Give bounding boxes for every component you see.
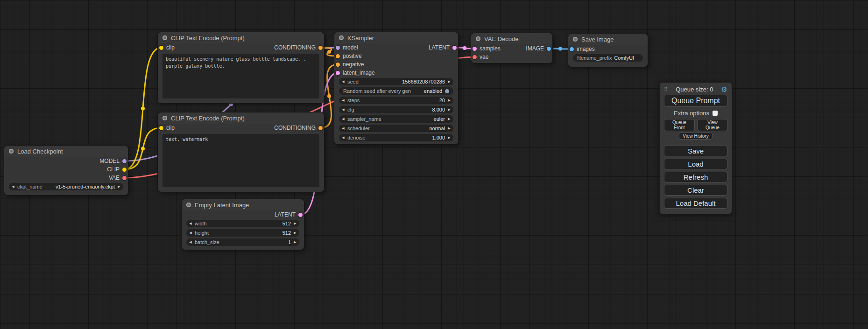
output-slot-dot[interactable] — [318, 126, 323, 130]
decrement-arrow-icon[interactable]: ◀ — [186, 238, 195, 246]
collapse-dot-icon[interactable] — [476, 36, 480, 41]
widget-steps[interactable]: ◀steps20▶ — [339, 97, 453, 104]
increment-arrow-icon[interactable]: ▶ — [445, 78, 453, 85]
input-slot-dot[interactable] — [336, 46, 340, 50]
save-button[interactable]: Save — [664, 146, 727, 156]
input-slot-dot[interactable] — [473, 55, 477, 59]
settings-gear-icon[interactable]: ⚙ — [721, 86, 727, 93]
node-ksampler[interactable]: KSamplermodelpositivenegativelatent_imag… — [334, 32, 459, 145]
node-titlebar[interactable]: Save Image — [568, 34, 648, 45]
decrement-arrow-icon[interactable]: ◀ — [186, 220, 195, 227]
widget-random-seed-after-every-gen[interactable]: Random seed after every genenabled — [339, 87, 453, 95]
collapse-dot-icon[interactable] — [162, 35, 167, 40]
widget-ckpt_name[interactable]: ◀ckpt_namev1-5-pruned-emaonly.ckpt▶ — [9, 183, 123, 190]
node-vae-decode[interactable]: VAE DecodesamplesvaeIMAGE — [471, 33, 553, 63]
drag-handle-icon[interactable]: ⠿ — [664, 86, 668, 92]
output-slot-label: IMAGE — [526, 45, 544, 52]
input-slot-dot[interactable] — [570, 47, 574, 51]
widget-label: batch_size — [195, 239, 219, 245]
prompt-textarea[interactable]: beautiful scenery nature glass bottle la… — [162, 54, 319, 98]
output-slot-dot[interactable] — [547, 47, 551, 51]
node-titlebar[interactable]: Empty Latent Image — [182, 199, 304, 210]
node-titlebar[interactable]: Load Checkpoint — [4, 146, 128, 157]
node-titlebar[interactable]: VAE Decode — [471, 33, 552, 44]
refresh-button[interactable]: Refresh — [664, 172, 727, 182]
output-slot-CONDITIONING: CONDITIONING — [274, 124, 323, 132]
decrement-arrow-icon[interactable]: ◀ — [339, 106, 347, 113]
increment-arrow-icon[interactable]: ▶ — [291, 220, 299, 227]
node-graph-layer: Load CheckpointMODELCLIPVAE◀ckpt_namev1-… — [0, 0, 868, 329]
decrement-arrow-icon[interactable]: ◀ — [9, 183, 17, 190]
output-slot-dot[interactable] — [122, 168, 127, 172]
decrement-arrow-icon[interactable]: ◀ — [186, 229, 195, 237]
increment-arrow-icon[interactable]: ▶ — [445, 106, 453, 113]
clear-button[interactable]: Clear — [664, 185, 727, 196]
decrement-arrow-icon[interactable]: ◀ — [339, 115, 347, 123]
queue-front-button[interactable]: Queue Front — [664, 119, 695, 131]
input-slot-label: clip — [166, 125, 175, 131]
output-slot-MODEL: MODEL — [99, 157, 127, 165]
view-history-button[interactable]: View History — [679, 133, 712, 140]
node-load-checkpoint[interactable]: Load CheckpointMODELCLIPVAE◀ckpt_namev1-… — [4, 145, 128, 196]
output-slot-dot[interactable] — [122, 176, 127, 180]
widget-scheduler[interactable]: ◀schedulernormal▶ — [339, 125, 453, 132]
increment-arrow-icon[interactable]: ▶ — [445, 134, 453, 141]
output-slot-dot[interactable] — [298, 213, 303, 217]
collapse-dot-icon[interactable] — [162, 116, 167, 120]
extra-options-checkbox[interactable] — [713, 111, 718, 116]
node-titlebar[interactable]: CLIP Text Encode (Prompt) — [158, 32, 324, 43]
widget-batch_size[interactable]: ◀batch_size1▶ — [186, 238, 299, 246]
widget-denoise[interactable]: ◀denoise1.000▶ — [339, 134, 453, 141]
input-slot-dot[interactable] — [159, 46, 163, 50]
decrement-arrow-icon[interactable]: ◀ — [339, 125, 347, 132]
increment-arrow-icon[interactable]: ▶ — [445, 125, 453, 132]
increment-arrow-icon[interactable]: ▶ — [445, 97, 453, 104]
collapse-dot-icon[interactable] — [186, 203, 191, 207]
node-save-image[interactable]: Save Imageimagesfilename_prefixComfyUI — [568, 33, 648, 67]
input-slot-dot[interactable] — [336, 63, 340, 67]
decrement-arrow-icon[interactable]: ◀ — [339, 78, 347, 85]
collapse-dot-icon[interactable] — [573, 37, 578, 42]
queue-prompt-button[interactable]: Queue Prompt — [664, 95, 727, 107]
input-slot-dot[interactable] — [473, 47, 477, 51]
view-queue-button[interactable]: View Queue — [698, 119, 727, 131]
decrement-arrow-icon[interactable]: ◀ — [339, 134, 347, 141]
load-default-button[interactable]: Load Default — [664, 198, 727, 209]
widget-label: denoise — [347, 135, 366, 140]
output-slot-dot[interactable] — [122, 159, 127, 163]
widget-label: sampler_name — [347, 116, 381, 122]
decrement-arrow-icon[interactable]: ◀ — [339, 97, 347, 104]
widget-seed[interactable]: ◀seed156680208700286▶ — [339, 78, 453, 85]
widget-height[interactable]: ◀height512▶ — [186, 229, 299, 237]
output-slot-dot[interactable] — [452, 46, 457, 50]
node-body: clipCONDITIONINGbeautiful scenery nature… — [158, 43, 324, 103]
input-slot-dot[interactable] — [159, 126, 163, 130]
load-button[interactable]: Load — [664, 159, 727, 169]
node-empty-latent-image[interactable]: Empty Latent ImageLATENT◀width512▶◀heigh… — [181, 199, 304, 250]
slots: modelpositivenegativelatent_imageLATENT — [334, 43, 458, 77]
slots: samplesvaeIMAGE — [471, 44, 552, 61]
collapse-dot-icon[interactable] — [339, 35, 344, 40]
increment-arrow-icon[interactable]: ▶ — [445, 115, 453, 123]
output-slot-dot[interactable] — [318, 46, 323, 50]
prompt-textarea[interactable]: text, watermark — [162, 134, 319, 187]
node-titlebar[interactable]: KSampler — [334, 32, 458, 43]
node-title-text: Empty Latent Image — [195, 202, 249, 209]
increment-arrow-icon[interactable]: ▶ — [291, 238, 299, 246]
increment-arrow-icon[interactable]: ▶ — [291, 229, 299, 237]
increment-arrow-icon[interactable]: ▶ — [115, 183, 123, 190]
collapse-dot-icon[interactable] — [9, 149, 14, 154]
node-titlebar[interactable]: CLIP Text Encode (Prompt) — [158, 112, 324, 124]
node-clip-text-encode-positive[interactable]: CLIP Text Encode (Prompt)clipCONDITIONIN… — [157, 32, 325, 104]
input-slot-dot[interactable] — [336, 54, 340, 58]
input-slot-vae: vae — [473, 53, 488, 61]
widget-width[interactable]: ◀width512▶ — [186, 220, 299, 227]
toggle-dot[interactable] — [445, 89, 449, 93]
node-clip-text-encode-negative[interactable]: CLIP Text Encode (Prompt)clipCONDITIONIN… — [157, 112, 325, 192]
widget-label: seed — [347, 79, 359, 84]
input-slot-dot[interactable] — [336, 71, 340, 75]
widget-sampler_name[interactable]: ◀sampler_nameeuler▶ — [339, 115, 453, 123]
widget-filename_prefix[interactable]: filename_prefixComfyUI — [573, 54, 643, 62]
node-graph-canvas[interactable]: Load CheckpointMODELCLIPVAE◀ckpt_namev1-… — [0, 0, 868, 329]
widget-cfg[interactable]: ◀cfg8.000▶ — [339, 106, 453, 113]
